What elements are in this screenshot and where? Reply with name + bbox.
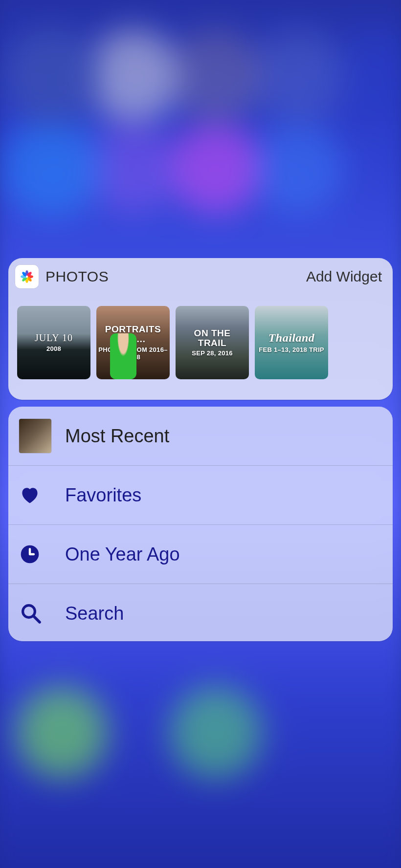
widget-header: PHOTOS Add Widget [8, 258, 393, 293]
memory-subtitle: 2008 [46, 345, 61, 352]
memory-title: JULY 10 [32, 333, 76, 343]
action-label: Search [51, 603, 124, 624]
memory-tile-july-10[interactable]: JULY 10 2008 [17, 306, 90, 379]
memory-subtitle: PHOTOS FROM 2016–2018 [96, 346, 170, 361]
memory-title: PORTRAITS OF … [96, 325, 170, 344]
action-one-year-ago[interactable]: One Year Ago [8, 525, 393, 584]
memory-subtitle: FEB 1–13, 2018 TRIP [259, 346, 324, 353]
add-widget-button[interactable]: Add Widget [306, 268, 382, 285]
most-recent-thumbnail-icon [19, 419, 51, 453]
action-label: Most Recent [51, 426, 169, 447]
memory-title: Thailand [266, 332, 318, 344]
action-label: One Year Ago [51, 544, 180, 565]
quick-actions-card: Most Recent Favorites One Year Ago [8, 407, 393, 641]
memory-tile-thailand[interactable]: Thailand FEB 1–13, 2018 TRIP [255, 306, 328, 379]
memory-subtitle: SEP 28, 2016 [192, 349, 233, 357]
action-favorites[interactable]: Favorites [8, 466, 393, 524]
clock-icon [19, 543, 51, 565]
memory-tile-on-the-trail[interactable]: ON THE TRAIL SEP 28, 2016 [176, 306, 249, 379]
search-icon [19, 602, 51, 625]
action-search[interactable]: Search [8, 584, 393, 641]
action-most-recent[interactable]: Most Recent [8, 407, 393, 465]
photos-app-icon [15, 265, 39, 288]
svg-point-8 [26, 276, 28, 278]
memory-title: ON THE TRAIL [176, 328, 249, 348]
heart-icon [19, 484, 51, 506]
widget-title: PHOTOS [45, 268, 306, 285]
action-label: Favorites [51, 485, 141, 506]
svg-line-11 [34, 616, 40, 622]
memories-row: JULY 10 2008 PORTRAITS OF … PHOTOS FROM … [8, 293, 393, 379]
photos-widget-card: PHOTOS Add Widget JULY 10 2008 PORTRAITS… [8, 258, 393, 400]
memory-tile-portraits[interactable]: PORTRAITS OF … PHOTOS FROM 2016–2018 [96, 306, 170, 379]
